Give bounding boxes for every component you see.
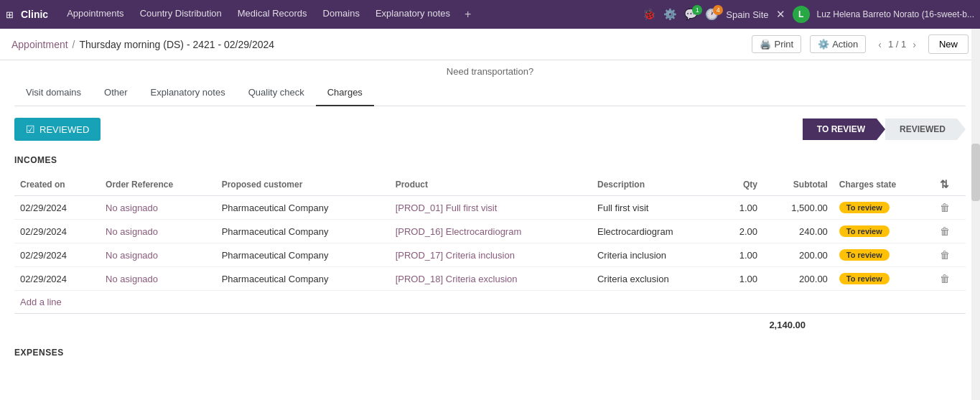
bug-icon[interactable]: 🐞 <box>643 8 656 21</box>
settings-icon[interactable]: ⚙️ <box>663 8 677 21</box>
total-value: 2,140.00 <box>169 314 811 337</box>
delete-icon[interactable]: 🗑 <box>940 249 950 261</box>
cell-status: To review <box>834 243 934 267</box>
breadcrumb-parent[interactable]: Appointment <box>11 39 68 50</box>
page-info: 1 / 1 <box>888 39 906 50</box>
cell-delete[interactable]: 🗑 <box>934 220 966 243</box>
status-badge: To review <box>839 249 890 261</box>
nav-domains[interactable]: Domains <box>316 5 367 24</box>
nav-explanatory-notes[interactable]: Explanatory notes <box>368 5 457 24</box>
reviewed-button[interactable]: ☑ REVIEWED <box>14 118 101 141</box>
cell-qty: 1.00 <box>719 267 763 291</box>
cell-delete[interactable]: 🗑 <box>934 196 966 220</box>
incomes-title: INCOMES <box>14 155 966 165</box>
cell-product: [PROD_01] Full first visit <box>390 196 592 220</box>
tab-charges[interactable]: Charges <box>316 80 374 106</box>
total-table: 2,140.00 <box>14 313 966 336</box>
tab-quality-check[interactable]: Quality check <box>237 80 316 106</box>
tab-other[interactable]: Other <box>93 80 139 106</box>
cell-product: [PROD_16] Electrocardiogram <box>390 220 592 243</box>
site-name: Spain Site <box>726 9 768 20</box>
col-actions: ⇅ <box>934 174 966 196</box>
cell-created-on: 02/29/2024 <box>14 267 100 291</box>
table-row: 02/29/2024 No asignado Pharmaceutical Co… <box>14 220 966 243</box>
nav-medical-records[interactable]: Medical Records <box>230 5 314 24</box>
breadcrumb: Appointment / Thursday morning (DS) - 24… <box>11 39 274 50</box>
cell-subtotal: 200.00 <box>763 243 834 267</box>
incomes-table: Created on Order Reference Proposed cust… <box>14 174 966 291</box>
workflow-step-reviewed[interactable]: REVIEWED <box>885 118 966 140</box>
tab-explanatory-notes[interactable]: Explanatory notes <box>139 80 237 106</box>
action-button[interactable]: ⚙️ Action <box>810 35 866 53</box>
cell-order-ref[interactable]: No asignado <box>100 243 216 267</box>
cell-description: Criteria exclusion <box>592 267 719 291</box>
print-icon: 🖨️ <box>760 39 771 50</box>
col-qty: Qty <box>719 174 763 196</box>
tabs: Visit domains Other Explanatory notes Qu… <box>14 80 966 106</box>
breadcrumb-bar: Appointment / Thursday morning (DS) - 24… <box>0 29 980 60</box>
col-created-on: Created on <box>14 174 100 196</box>
breadcrumb-actions: 🖨️ Print ⚙️ Action ‹ 1 / 1 › New <box>752 34 969 54</box>
delete-icon[interactable]: 🗑 <box>940 202 950 213</box>
clock-badge: 4 <box>713 5 723 15</box>
status-bar: ☑ REVIEWED TO REVIEW REVIEWED <box>14 118 966 141</box>
cell-product: [PROD_17] Criteria inclusion <box>390 243 592 267</box>
user-name: Luz Helena Barreto Norato (16-sweet-b... <box>817 9 974 19</box>
cell-created-on: 02/29/2024 <box>14 196 100 220</box>
cell-qty: 1.00 <box>719 196 763 220</box>
prev-button[interactable]: ‹ <box>874 37 885 52</box>
nav-country-distribution[interactable]: Country Distribution <box>133 5 229 24</box>
transport-note: Need transportation? <box>14 60 966 80</box>
cell-customer: Pharmaceutical Company <box>216 220 390 243</box>
cell-status: To review <box>834 196 934 220</box>
cell-order-ref[interactable]: No asignado <box>100 220 216 243</box>
charges-section: ☑ REVIEWED TO REVIEW REVIEWED INCOMES Cr… <box>14 106 966 372</box>
chat-badge: 1 <box>692 5 702 15</box>
nav-right-icons: 🐞 ⚙️ 💬 1 🕐 4 Spain Site ✕ L Luz Helena B… <box>643 6 974 23</box>
total-row: 2,140.00 <box>14 314 966 337</box>
cell-delete[interactable]: 🗑 <box>934 243 966 267</box>
chat-icon[interactable]: 💬 1 <box>684 8 698 21</box>
clock-icon[interactable]: 🕐 4 <box>705 8 719 21</box>
new-button[interactable]: New <box>928 34 969 54</box>
table-header-row: Created on Order Reference Proposed cust… <box>14 174 966 196</box>
cell-customer: Pharmaceutical Company <box>216 267 390 291</box>
app-name[interactable]: Clinic <box>21 9 48 20</box>
next-button[interactable]: › <box>909 37 920 52</box>
cell-order-ref[interactable]: No asignado <box>100 267 216 291</box>
cell-status: To review <box>834 220 934 243</box>
scrollbar-track[interactable] <box>971 29 980 372</box>
top-navigation: ⊞ Clinic Appointments Country Distributi… <box>0 0 980 29</box>
breadcrumb-separator: / <box>73 39 75 50</box>
table-row: 02/29/2024 No asignado Pharmaceutical Co… <box>14 267 966 291</box>
col-charges-state: Charges state <box>834 174 934 196</box>
cell-qty: 2.00 <box>719 220 763 243</box>
filter-icon[interactable]: ⇅ <box>940 178 949 190</box>
cell-order-ref[interactable]: No asignado <box>100 196 216 220</box>
cell-subtotal: 240.00 <box>763 220 834 243</box>
add-line-link[interactable]: Add a line <box>14 291 67 313</box>
delete-icon[interactable]: 🗑 <box>940 225 950 237</box>
cell-customer: Pharmaceutical Company <box>216 196 390 220</box>
scrollbar-thumb[interactable] <box>971 144 980 201</box>
main-content: Need transportation? Visit domains Other… <box>0 60 980 372</box>
user-avatar: L <box>793 6 810 23</box>
cell-subtotal: 1,500.00 <box>763 196 834 220</box>
tools-icon[interactable]: ✕ <box>776 8 785 21</box>
print-button[interactable]: 🖨️ Print <box>752 35 801 53</box>
col-description: Description <box>592 174 719 196</box>
nav-appointments[interactable]: Appointments <box>60 5 131 24</box>
cell-delete[interactable]: 🗑 <box>934 267 966 291</box>
table-row: 02/29/2024 No asignado Pharmaceutical Co… <box>14 196 966 220</box>
table-row: 02/29/2024 No asignado Pharmaceutical Co… <box>14 243 966 267</box>
col-customer: Proposed customer <box>216 174 390 196</box>
status-badge: To review <box>839 225 890 237</box>
cell-qty: 1.00 <box>719 243 763 267</box>
workflow-step-to-review[interactable]: TO REVIEW <box>803 118 885 140</box>
breadcrumb-current: Thursday morning (DS) - 2421 - 02/29/202… <box>80 39 275 50</box>
delete-icon[interactable]: 🗑 <box>940 273 950 284</box>
status-badge: To review <box>839 202 890 213</box>
nav-add-icon[interactable]: + <box>459 5 477 24</box>
grid-icon[interactable]: ⊞ <box>6 9 14 20</box>
tab-visit-domains[interactable]: Visit domains <box>14 80 93 106</box>
